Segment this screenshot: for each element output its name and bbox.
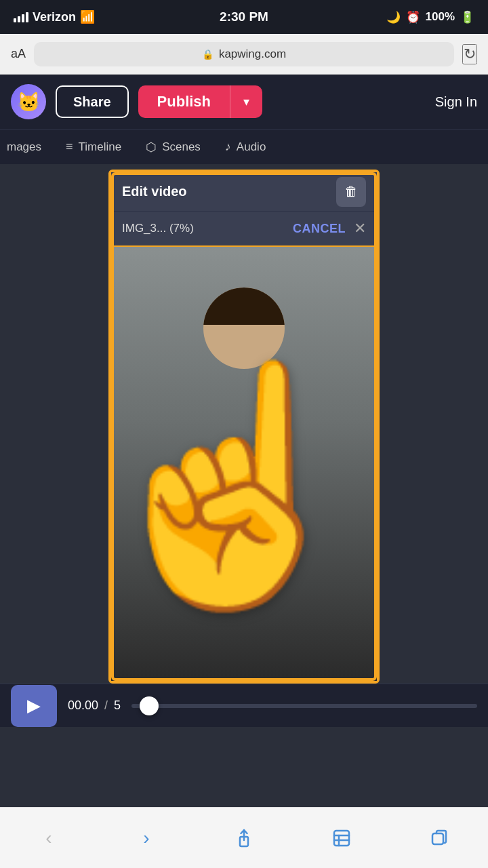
tabs-button[interactable] xyxy=(419,818,460,859)
current-time: 00.00 / 5 xyxy=(68,698,121,713)
tab-audio[interactable]: ♪ Audio xyxy=(213,130,278,164)
play-button[interactable]: ▶ xyxy=(11,685,57,727)
battery-icon: 🔋 xyxy=(460,10,474,24)
audio-label: Audio xyxy=(237,140,266,154)
total-time-value: 5 xyxy=(114,698,121,712)
avatar[interactable]: 🐱 xyxy=(11,84,46,119)
edit-video-label: Edit video xyxy=(122,184,187,199)
forward-icon: › xyxy=(143,827,149,849)
scenes-icon: ⬡ xyxy=(146,140,157,155)
timeline-icon: ≡ xyxy=(66,140,73,154)
tab-timeline[interactable]: ≡ Timeline xyxy=(54,130,134,164)
share-browser-button[interactable] xyxy=(224,818,264,859)
status-left: Verizon 📶 xyxy=(14,9,95,24)
back-button[interactable]: ‹ xyxy=(28,818,69,859)
publish-button[interactable]: Publish xyxy=(138,85,230,118)
font-size-button[interactable]: aA xyxy=(11,47,26,61)
back-icon: ‹ xyxy=(45,827,52,849)
share-browser-icon xyxy=(234,828,254,848)
svg-rect-2 xyxy=(334,831,349,846)
signal-icon xyxy=(14,12,28,22)
close-upload-button[interactable]: ✕ xyxy=(354,220,366,237)
bookmarks-button[interactable] xyxy=(321,818,362,859)
moon-icon: 🌙 xyxy=(386,10,401,24)
alarm-icon: ⏰ xyxy=(406,10,420,24)
forward-button[interactable]: › xyxy=(126,818,167,859)
pointing-hand-emoji: ☝️ xyxy=(111,369,373,599)
tab-images[interactable]: mages xyxy=(0,130,54,164)
share-button[interactable]: Share xyxy=(56,85,129,118)
tabs-icon xyxy=(429,828,449,848)
upload-filename: IMG_3... (7%) xyxy=(122,222,285,235)
publish-dropdown-button[interactable]: ▾ xyxy=(230,85,262,118)
reload-button[interactable]: ↻ xyxy=(462,44,477,64)
upload-bar: IMG_3... (7%) CANCEL ✕ xyxy=(111,212,377,247)
chevron-down-icon: ▾ xyxy=(243,94,249,109)
url-text: kapwing.com xyxy=(219,47,286,61)
canvas-area: Edit video 🗑 IMG_3... (7%) CANCEL ✕ ☝️ ▶ xyxy=(0,164,488,727)
play-icon: ▶ xyxy=(27,695,41,716)
progress-thumb[interactable] xyxy=(140,696,159,715)
wifi-icon: 📶 xyxy=(80,9,95,24)
trash-button[interactable]: 🗑 xyxy=(336,177,366,207)
video-panel[interactable]: Edit video 🗑 IMG_3... (7%) CANCEL ✕ ☝️ xyxy=(108,170,380,684)
bottom-nav: ‹ › xyxy=(0,807,488,868)
video-content: ☝️ xyxy=(111,247,377,681)
person-hair xyxy=(203,288,285,325)
app-header: 🐱 Share Publish ▾ Sign In xyxy=(0,75,488,129)
progress-bar[interactable] xyxy=(131,704,477,708)
browser-bar: aA 🔒 kapwing.com ↻ xyxy=(0,34,488,75)
time-separator: / xyxy=(104,698,111,712)
status-right: 🌙 ⏰ 100% 🔋 xyxy=(386,10,474,24)
timeline-label: Timeline xyxy=(79,140,122,154)
svg-rect-6 xyxy=(432,833,443,844)
time-display: 2:30 PM xyxy=(220,9,268,24)
sign-in-button[interactable]: Sign In xyxy=(435,94,477,110)
status-bar: Verizon 📶 2:30 PM 🌙 ⏰ 100% 🔋 xyxy=(0,0,488,34)
lock-icon: 🔒 xyxy=(202,49,214,60)
nav-tabs: mages ≡ Timeline ⬡ Scenes ♪ Audio xyxy=(0,129,488,164)
publish-group: Publish ▾ xyxy=(138,85,262,118)
audio-icon: ♪ xyxy=(225,140,231,154)
bookmarks-icon xyxy=(331,828,352,848)
images-label: mages xyxy=(7,140,41,154)
trash-icon: 🗑 xyxy=(344,184,358,199)
current-time-value: 00.00 xyxy=(68,698,98,712)
battery-label: 100% xyxy=(426,10,455,24)
cancel-upload-button[interactable]: CANCEL xyxy=(293,222,346,236)
scenes-label: Scenes xyxy=(162,140,201,154)
carrier-label: Verizon xyxy=(33,10,76,24)
tab-scenes[interactable]: ⬡ Scenes xyxy=(134,130,213,164)
timeline-area: ▶ 00.00 / 5 xyxy=(0,684,488,727)
edit-toolbar: Edit video 🗑 xyxy=(111,172,377,212)
url-bar[interactable]: 🔒 kapwing.com xyxy=(34,42,454,66)
